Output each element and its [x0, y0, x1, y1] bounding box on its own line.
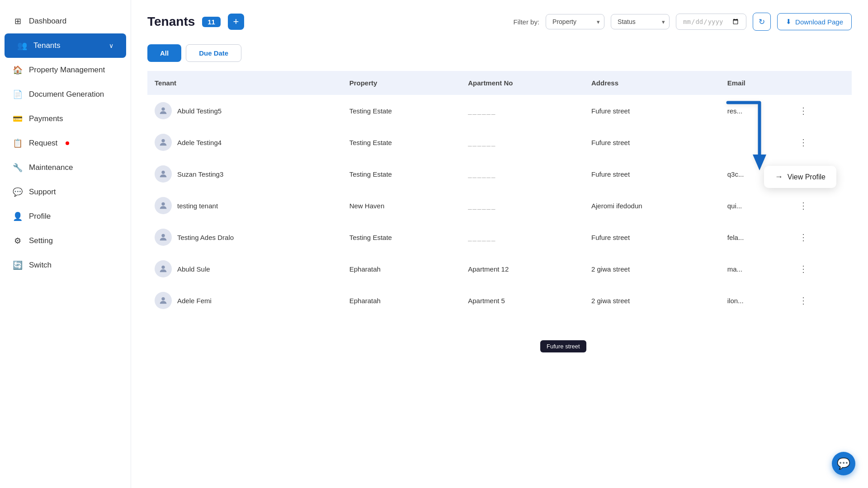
apartment-cell-7: Apartment 5 — [461, 285, 584, 316]
view-profile-label: View Profile — [788, 173, 826, 181]
refresh-button[interactable]: ↻ — [753, 13, 771, 31]
tenant-cell-4: testing tenant — [147, 190, 342, 221]
apt-dashes-1: ______ — [468, 107, 496, 115]
sidebar-label-maintenance: Maintenance — [29, 163, 73, 172]
table-row: Adele Testing4 Testing Estate______Fufur… — [147, 127, 852, 158]
tenant-cell-2: Adele Testing4 — [147, 127, 342, 158]
svg-point-1 — [161, 139, 165, 142]
status-filter[interactable]: Status — [611, 14, 670, 29]
tenant-name-3: Suzan Testing3 — [177, 170, 223, 178]
sidebar-item-profile[interactable]: 👤 Profile — [0, 204, 131, 229]
property-cell-2: Testing Estate — [342, 127, 461, 158]
apt-dashes-3: ______ — [468, 170, 496, 178]
avatar-6 — [155, 260, 172, 277]
sidebar-label-request: Request — [29, 139, 57, 148]
table-row: Abuld Testing5 Testing Estate______Fufur… — [147, 95, 852, 127]
filter-label: Filter by: — [514, 18, 540, 26]
more-options-5[interactable]: ⋮ — [795, 230, 811, 244]
property-cell-3: Testing Estate — [342, 158, 461, 190]
email-cell-1: res... — [720, 95, 788, 127]
email-cell-2 — [720, 127, 788, 158]
sidebar-label-support: Support — [29, 188, 56, 197]
avatar-5 — [155, 229, 172, 246]
sidebar-item-payments[interactable]: 💳 Payments — [0, 107, 131, 131]
table-row: testing tenant New Haven______Ajeromi if… — [147, 190, 852, 221]
more-options-7[interactable]: ⋮ — [795, 293, 811, 308]
svg-point-2 — [161, 171, 165, 174]
property-cell-1: Testing Estate — [342, 95, 461, 127]
apartment-cell-6: Apartment 12 — [461, 253, 584, 285]
date-filter[interactable] — [676, 14, 746, 30]
tenant-cell-1: Abuld Testing5 — [147, 95, 342, 127]
more-options-6[interactable]: ⋮ — [795, 262, 811, 276]
sidebar-item-property-management[interactable]: 🏠 Property Management — [0, 58, 131, 82]
download-page-button[interactable]: ⬇ Download Page — [777, 13, 852, 30]
email-cell-7: ilon... — [720, 285, 788, 316]
chevron-icon-tenants: ∨ — [109, 42, 113, 49]
page-title: Tenants — [147, 14, 195, 29]
tenant-name-7: Adele Femi — [177, 297, 212, 305]
sidebar-icon-support: 💬 — [13, 187, 23, 197]
sidebar-item-switch[interactable]: 🔄 Switch — [0, 253, 131, 277]
action-cell-6: ⋮ — [788, 253, 852, 285]
email-cell-6: ma... — [720, 253, 788, 285]
tenant-count-badge: 11 — [202, 17, 221, 27]
apt-dashes-2: ______ — [468, 139, 496, 146]
address-cell-2: Fufure street — [584, 127, 720, 158]
property-cell-6: Epharatah — [342, 253, 461, 285]
header: Tenants 11 + Filter by: Property Status … — [131, 0, 868, 40]
sidebar-icon-tenants: 👥 — [17, 41, 27, 51]
email-cell-5: fela... — [720, 221, 788, 253]
tenant-name-6: Abuld Sule — [177, 265, 210, 273]
tab-bar: AllDue Date — [131, 44, 868, 62]
svg-point-5 — [161, 266, 165, 269]
add-tenant-button[interactable]: + — [228, 14, 244, 30]
view-profile-popup[interactable]: → View Profile — [764, 166, 836, 188]
sidebar-item-request[interactable]: 📋 Request — [0, 131, 131, 155]
avatar-7 — [155, 292, 172, 309]
tenant-name-4: testing tenant — [177, 202, 218, 210]
sidebar-icon-request: 📋 — [13, 138, 23, 148]
svg-point-0 — [161, 108, 165, 111]
more-options-1[interactable]: ⋮ — [795, 103, 811, 118]
avatar-3 — [155, 165, 172, 183]
tenant-name-5: Testing Ades Dralo — [177, 234, 234, 241]
arrow-right-icon: → — [775, 172, 783, 182]
more-options-2[interactable]: ⋮ — [795, 135, 811, 150]
avatar-4 — [155, 197, 172, 214]
sidebar-icon-document-generation: 📄 — [13, 89, 23, 99]
property-cell-5: Testing Estate — [342, 221, 461, 253]
chat-widget[interactable]: 💬 — [832, 452, 855, 475]
sidebar-label-setting: Setting — [29, 236, 53, 245]
chat-icon: 💬 — [837, 457, 850, 470]
sidebar: ⊞ Dashboard 👥 Tenants ∨ 🏠 Property Manag… — [0, 0, 131, 488]
col-header-property: Property — [342, 71, 461, 95]
filter-section: Filter by: Property Status ↻ ⬇ — [514, 13, 852, 31]
more-options-4[interactable]: ⋮ — [795, 198, 811, 213]
sidebar-item-support[interactable]: 💬 Support — [0, 180, 131, 204]
action-cell-4: ⋮ — [788, 190, 852, 221]
sidebar-label-property-management: Property Management — [29, 66, 105, 75]
sidebar-item-document-generation[interactable]: 📄 Document Generation — [0, 82, 131, 107]
header-top: Tenants 11 + Filter by: Property Status … — [147, 13, 852, 31]
address-cell-1: Fufure street — [584, 95, 720, 127]
status-filter-wrapper: Status — [611, 14, 670, 29]
sidebar-item-dashboard[interactable]: ⊞ Dashboard — [0, 9, 131, 33]
sidebar-item-maintenance[interactable]: 🔧 Maintenance — [0, 155, 131, 180]
table-row: Abuld Sule EpharatahApartment 122 giwa s… — [147, 253, 852, 285]
badge-dot-request — [66, 141, 69, 145]
action-cell-2: ⋮ — [788, 127, 852, 158]
tab-due-date[interactable]: Due Date — [186, 44, 241, 62]
tenant-cell-3: Suzan Testing3 — [147, 158, 342, 190]
sidebar-icon-dashboard: ⊞ — [13, 16, 23, 26]
address-cell-4: Ajeromi ifedodun — [584, 190, 720, 221]
sidebar-item-tenants[interactable]: 👥 Tenants ∨ — [5, 33, 126, 58]
email-cell-4: qui... — [720, 190, 788, 221]
sidebar-item-setting[interactable]: ⚙ Setting — [0, 229, 131, 253]
refresh-icon: ↻ — [759, 17, 765, 27]
property-filter[interactable]: Property — [546, 14, 604, 29]
sidebar-label-switch: Switch — [29, 261, 52, 270]
property-cell-4: New Haven — [342, 190, 461, 221]
address-cell-5: Fufure street — [584, 221, 720, 253]
tab-all[interactable]: All — [147, 44, 181, 62]
